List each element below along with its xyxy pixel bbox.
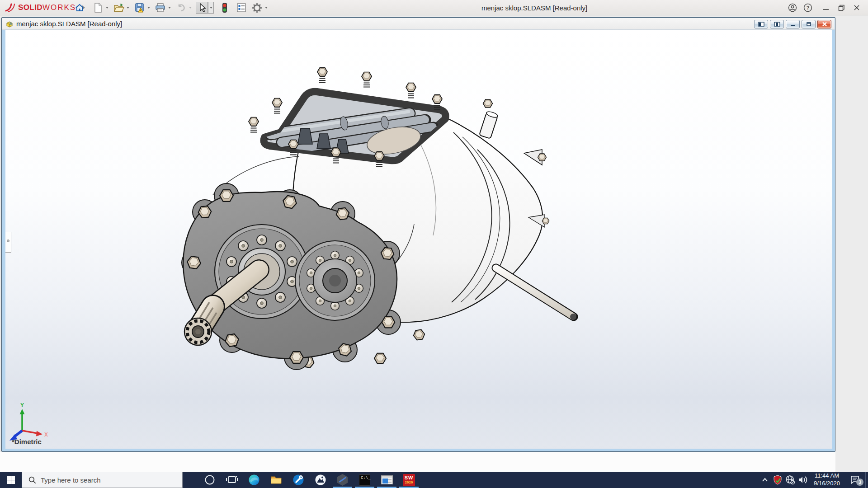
maximize-icon (838, 5, 845, 11)
task-list-icon (236, 3, 246, 13)
taskbar-item-edge[interactable] (243, 472, 265, 488)
search-input[interactable] (41, 476, 154, 484)
solidworks-icon-year: 2020 (405, 481, 413, 484)
undo-dropdown[interactable] (187, 2, 193, 14)
solidworks-logo-icon (5, 3, 16, 13)
clock-time: 11:44 AM (809, 472, 844, 480)
taskbar-item-file-explorer[interactable] (265, 472, 287, 488)
brand-bold: SOLID (18, 3, 42, 12)
close-button[interactable] (849, 0, 864, 15)
new-document-icon (94, 3, 103, 13)
triad-y-label: Y (20, 402, 24, 408)
panel-tab-grip (7, 239, 9, 242)
account-icon (788, 3, 797, 12)
tools-wrench-icon (292, 474, 304, 486)
tray-solidworks-shield[interactable] (771, 472, 784, 488)
photos-icon (315, 474, 326, 486)
show-right-pane-button[interactable] (770, 20, 784, 28)
taskbar-item-solidworks[interactable]: SW 2020 (398, 472, 420, 488)
mdi-bottom-strip (0, 452, 835, 472)
account-button[interactable] (785, 0, 800, 15)
brand-light: WORKS (42, 3, 76, 12)
print-icon (155, 3, 165, 13)
new-document-button[interactable] (92, 2, 104, 14)
undo-button[interactable] (175, 2, 187, 14)
save-icon (135, 3, 145, 13)
gearbox-model: Y X (5, 30, 832, 449)
save-button[interactable] (133, 2, 146, 14)
maximize-button[interactable] (834, 0, 849, 15)
view-orientation-label: *Dimetric (12, 438, 42, 446)
restore-icon (806, 22, 811, 27)
taskbar-clock[interactable]: 11:44 AM 9/16/2020 (809, 472, 844, 488)
print-dropdown[interactable] (166, 2, 172, 14)
minimize-icon (790, 22, 796, 27)
rebuild-traffic-light-icon (222, 2, 228, 13)
select-tool-button[interactable] (196, 2, 208, 14)
document-window-controls (754, 20, 831, 28)
document-titlebar[interactable]: menjac sklop.SLDASM [Read-only] (2, 18, 835, 30)
help-button[interactable]: ? (800, 0, 816, 15)
settings-gear-icon (252, 3, 262, 13)
taskbar-item-panel-app[interactable] (376, 472, 398, 488)
taskbar-item-command-prompt[interactable]: C:\_ (354, 472, 376, 488)
panel-flyout-tab[interactable] (5, 232, 11, 253)
new-document-dropdown[interactable] (104, 2, 110, 14)
panel-app-icon (381, 475, 393, 484)
tray-volume[interactable] (797, 472, 809, 488)
orientation-triad: Y X (9, 402, 48, 441)
taskbar-item-photos[interactable] (309, 472, 331, 488)
search-icon (28, 476, 36, 484)
task-pane-button[interactable] (235, 2, 247, 14)
app-title: menjac sklop.SLDASM [Read-only] (481, 4, 587, 12)
document-restore-button[interactable] (802, 20, 816, 28)
tray-expand-icon (762, 478, 768, 482)
tray-network[interactable] (784, 472, 797, 488)
show-left-pane-button[interactable] (754, 20, 768, 28)
assembly-document-icon (5, 20, 14, 28)
open-dropdown[interactable] (125, 2, 131, 14)
document-minimize-button[interactable] (786, 20, 800, 28)
open-button[interactable] (113, 2, 125, 14)
file-explorer-icon (270, 475, 282, 485)
home-button[interactable] (73, 2, 85, 14)
system-tray: 11:44 AM 9/16/2020 3 (759, 472, 868, 488)
hexagon-app-icon (337, 474, 349, 486)
settings-dropdown[interactable] (263, 2, 269, 14)
rebuild-button[interactable] (218, 2, 231, 14)
taskbar-search[interactable] (22, 472, 183, 488)
start-button[interactable] (0, 472, 22, 488)
taskbar-item-task-view[interactable] (221, 472, 243, 488)
solidworks-icon-letters: SW (405, 475, 414, 480)
minimize-button[interactable] (818, 0, 834, 15)
clock-date: 9/16/2020 (809, 480, 844, 488)
app-titlebar: SOLIDWORKS (0, 0, 868, 15)
solidworks-wordmark: SOLIDWORKS (18, 3, 76, 12)
show-right-pane-icon (774, 22, 780, 27)
tray-expand-button[interactable] (759, 472, 771, 488)
save-dropdown[interactable] (146, 2, 151, 14)
mdi-client-area: menjac sklop.SLDASM [Read-only] (0, 15, 868, 472)
minimize-icon (823, 5, 829, 11)
taskbar-item-hexagon-app[interactable] (331, 472, 354, 488)
print-button[interactable] (154, 2, 166, 14)
select-tool-dropdown[interactable] (208, 2, 214, 14)
taskbar-item-tools[interactable] (287, 472, 309, 488)
quick-access-toolbar (73, 2, 272, 14)
solidworks-icon: SW 2020 (403, 474, 415, 486)
taskbar-item-cortana[interactable] (198, 472, 221, 488)
triad-x-label: X (44, 432, 48, 438)
svg-text:?: ? (807, 5, 810, 10)
solidworks-shield-icon (773, 475, 782, 485)
action-center-button[interactable]: 3 (844, 472, 865, 488)
document-close-button[interactable] (817, 20, 831, 28)
cortana-icon (204, 474, 215, 485)
graphics-viewport[interactable]: Y X *Dimetric (5, 30, 832, 449)
show-desktop-button[interactable] (865, 472, 868, 488)
windows-taskbar: C:\_ SW 2020 (0, 472, 868, 488)
close-icon (854, 5, 860, 11)
taskbar-app-icons: C:\_ SW 2020 (198, 472, 420, 488)
undo-icon (176, 3, 186, 13)
settings-button[interactable] (251, 2, 263, 14)
open-icon (113, 3, 124, 13)
